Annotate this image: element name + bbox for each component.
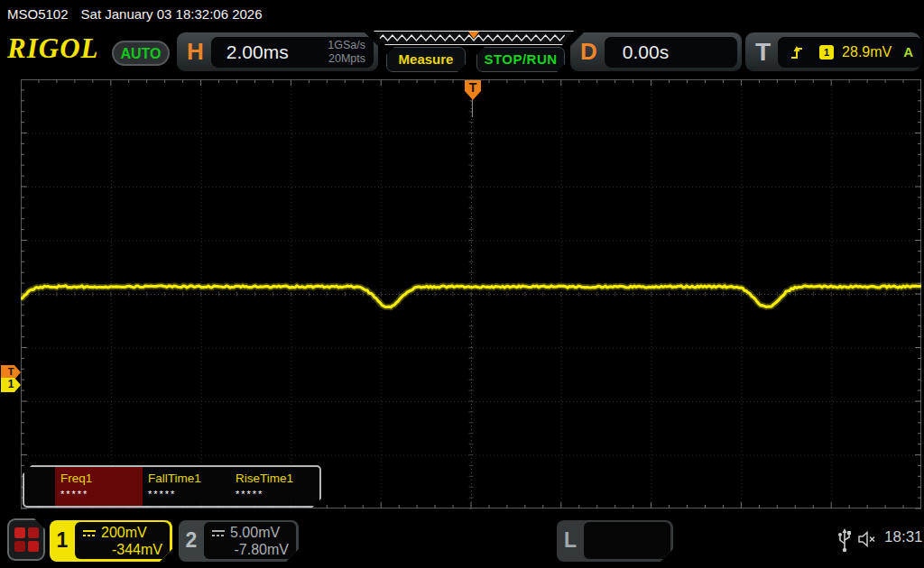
- channel1-waveform: [21, 79, 921, 509]
- measurement-item-risetime1[interactable]: RiseTime1 *****: [230, 467, 318, 506]
- measure-button[interactable]: Measure: [386, 47, 466, 72]
- red-square-icon: [14, 541, 25, 552]
- delay-pill: 0.00s: [605, 37, 737, 68]
- model-name: MSO5102: [7, 6, 69, 22]
- measurement-label: RiseTime1: [236, 472, 318, 485]
- channel1-offset: -344mV: [82, 542, 162, 558]
- logic-row-0-7: 0 1 2 3 4 5 6 7: [587, 557, 667, 568]
- channel-number: 2: [179, 520, 204, 562]
- horizontal-pill: 2.00ms 1GSa/s 20Mpts: [211, 37, 374, 68]
- measurement-label: Freq1: [60, 472, 143, 485]
- overview-trigger-position-icon[interactable]: [468, 32, 479, 39]
- logic-analyzer-tab[interactable]: L 0 1 2 3 4 5 6 7 8 9 10 11 12 13 14 15: [557, 520, 673, 562]
- title-bar: MSO5102Sat January 03 18:32:06 2026: [0, 0, 924, 29]
- dc-coupling-icon: [82, 529, 97, 537]
- channel-number: 1: [50, 520, 75, 562]
- horizontal-label: H: [177, 38, 211, 66]
- menu-grid-button[interactable]: [7, 518, 45, 561]
- channel1-scale: 200mV: [101, 525, 147, 541]
- channel2-info: 5.00mV -7.80mV: [204, 522, 296, 559]
- channel2-offset: -7.80mV: [211, 542, 289, 558]
- memory-depth: 20Mpts: [328, 52, 365, 65]
- timebase-value: 2.00ms: [211, 41, 289, 63]
- speaker-muted-icon: [857, 531, 879, 547]
- channel2-tab[interactable]: 2 5.00mV -7.80mV: [179, 520, 299, 562]
- measurement-value: *****: [148, 489, 230, 499]
- measurement-item-freq1[interactable]: Freq1 *****: [55, 467, 143, 506]
- datetime: Sat January 03 18:32:06 2026: [81, 6, 263, 22]
- measurement-panel: Freq1 ***** FallTime1 ***** RiseTime1 **…: [23, 465, 321, 508]
- sample-rate: 1GSa/s: [328, 39, 365, 51]
- red-square-icon: [14, 527, 25, 538]
- channel2-scale: 5.00mV: [230, 525, 280, 541]
- logic-label: L: [557, 520, 584, 562]
- channel1-info: 200mV -344mV: [75, 522, 170, 559]
- stop-run-button[interactable]: STOP/RUN: [476, 47, 565, 72]
- delay-label: D: [570, 38, 605, 66]
- sample-rate-info: 1GSa/s 20Mpts: [328, 39, 374, 65]
- bottom-bar: 1 200mV -344mV 2 5.00mV -7.80mV: [0, 514, 924, 568]
- acquisition-mode-badge: AUTO: [112, 41, 170, 66]
- trigger-level-value: 28.9mV: [842, 44, 892, 60]
- delay-settings-group[interactable]: D 0.00s: [570, 32, 742, 71]
- red-square-icon: [28, 541, 39, 552]
- trigger-level-marker[interactable]: T: [1, 365, 21, 380]
- trigger-status: A: [903, 44, 913, 60]
- dc-coupling-icon: [211, 529, 226, 537]
- trigger-settings-group[interactable]: T 1 28.9mV A: [745, 32, 920, 71]
- scope-display: T T 1 Freq1 ***** FallTime1 ***** RiseTi…: [0, 79, 924, 509]
- red-square-icon: [28, 527, 39, 538]
- measurement-value: *****: [60, 489, 143, 499]
- horizontal-settings-group[interactable]: H 2.00ms 1GSa/s 20Mpts: [177, 32, 378, 71]
- channel1-tab[interactable]: 1 200mV -344mV: [50, 520, 172, 562]
- delay-value: 0.00s: [605, 41, 669, 63]
- usb-icon: [837, 527, 852, 553]
- measurement-item-falltime1[interactable]: FallTime1 *****: [143, 467, 230, 506]
- trigger-position-stem: [472, 98, 473, 117]
- measurement-value: *****: [236, 489, 318, 499]
- status-clock: 18:31: [884, 528, 923, 546]
- rising-edge-icon: [789, 44, 805, 60]
- trigger-pill: 1 28.9mV A: [778, 37, 922, 68]
- rigol-logo: RIGOL: [7, 32, 98, 65]
- logic-channels: 0 1 2 3 4 5 6 7 8 9 10 11 12 13 14 15: [584, 522, 670, 559]
- trigger-label: T: [745, 38, 778, 67]
- channel1-offset-marker[interactable]: 1: [1, 378, 21, 392]
- trigger-source-badge: 1: [819, 45, 834, 60]
- measurement-label: FallTime1: [148, 472, 230, 485]
- header-bar: RIGOL AUTO H 2.00ms 1GSa/s 20Mpts Measur…: [0, 29, 924, 78]
